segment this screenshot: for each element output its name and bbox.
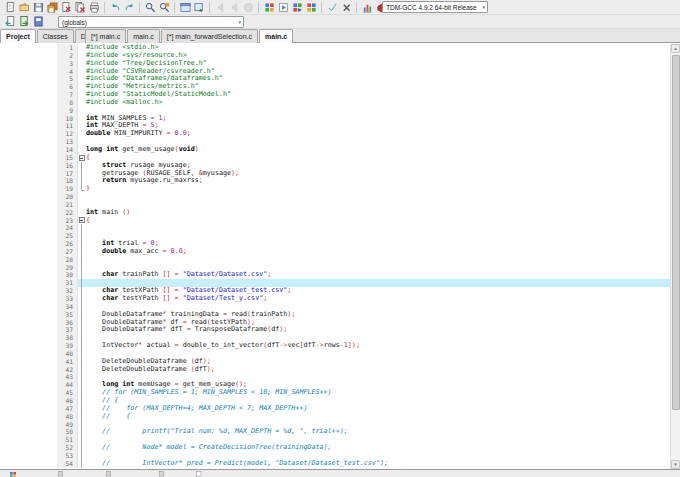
code-line-33[interactable]: 33 char testYPath [] = "Dataset/Test_y.c… [57,295,670,303]
code-line-54[interactable]: 54 // IntVector* pred = Predict(model, "… [57,460,670,468]
scrollbar-thumb[interactable] [672,55,680,410]
swap-header-source-icon[interactable] [193,1,206,13]
goto-definition-icon[interactable] [18,16,31,28]
line-number: 6 [57,83,78,91]
line-number: 16 [57,162,78,170]
compiler-tab-icon[interactable] [9,471,17,477]
find-icon[interactable] [144,1,157,13]
goto-line-icon[interactable] [179,1,192,13]
open-file-icon[interactable] [18,1,31,13]
line-number: 28 [57,256,78,264]
file-tab-2[interactable]: [*] main_forwardSelection.c [161,29,258,43]
compile-log-tab-icon[interactable] [106,471,114,477]
syntax-check-icon[interactable] [326,1,339,13]
code-line-14[interactable]: 14long int get_mem_usage(void) [57,146,670,154]
line-number: 19 [57,185,78,193]
code-text: DeleteDoubleDataframe (dfT); [86,366,670,374]
panel-tab-project[interactable]: Project [0,29,36,43]
close-all-icon[interactable] [74,1,87,13]
code-editor[interactable]: 1#include <stdio.h>2#include <sys/resour… [57,43,680,469]
code-line-20[interactable]: 20 [57,193,670,201]
line-number: 39 [57,342,78,350]
fold-guide-line [78,287,86,295]
code-line-18[interactable]: 18 return myusage.ru_maxrss; [57,177,670,185]
print-icon[interactable] [88,1,101,13]
line-number: 1 [57,44,78,52]
fold-toggle-icon[interactable] [78,154,86,162]
fold-margin [78,201,86,209]
fold-guide-line [78,444,86,452]
code-line-39[interactable]: 39 IntVector* actual = double_to_int_vec… [57,342,670,350]
new-file-icon[interactable] [4,1,17,13]
compile-icon[interactable] [263,1,276,13]
code-line-23[interactable]: 23{ [57,217,670,225]
code-line-12[interactable]: 12double MIN_IMPURITY = 0.0; [57,130,670,138]
code-line-28[interactable]: 28 [57,256,670,264]
fold-guide-line [78,350,86,358]
editor-vertical-scrollbar[interactable]: ▲ ▼ [670,44,680,469]
fold-toggle-icon[interactable] [78,217,86,225]
stop-execution-icon[interactable] [340,1,353,13]
fold-guide-line [78,389,86,397]
code-text [86,193,670,201]
fold-guide-line [78,319,86,327]
code-line-45[interactable]: 45 // for (MIN_SAMPLES = 1; MIN_SAMPLES … [57,389,670,397]
debug-tab-icon[interactable] [159,471,167,477]
toolbar-separator [356,2,357,13]
code-line-8[interactable]: 8#include <malloc.h> [57,99,670,107]
code-text: // for (MAX_DEPTH=4; MAX_DEPTH < 7; MAX_… [86,405,670,413]
fold-guide-line [78,162,86,170]
line-number: 22 [57,209,78,217]
code-line-47[interactable]: 47 // for (MAX_DEPTH=4; MAX_DEPTH < 7; M… [57,405,670,413]
scroll-up-button[interactable]: ▲ [671,44,680,53]
line-number: 35 [57,311,78,319]
run-icon[interactable] [277,1,290,13]
code-line-22[interactable]: 22int main () [57,209,670,217]
code-line-21[interactable]: 21 [57,201,670,209]
line-number: 15 [57,154,78,162]
code-line-19[interactable]: 19} [57,185,670,193]
code-line-48[interactable]: 48 // { [57,413,670,421]
panel-tab-classes[interactable]: Classes [37,29,74,43]
redo-icon[interactable] [123,1,136,13]
replace-icon[interactable] [158,1,171,13]
resources-tab-icon[interactable] [58,471,66,477]
rebuild-all-icon[interactable] [305,1,318,13]
save-icon[interactable] [32,1,45,13]
class-browser-icon[interactable] [32,16,45,28]
fold-guide-line [78,295,86,303]
code-line-27[interactable]: 27 double max_acc = 0.0; [57,248,670,256]
line-number: 9 [57,107,78,115]
undo-icon[interactable] [109,1,122,13]
code-line-42[interactable]: 42 DeleteDoubleDataframe (dfT); [57,366,670,374]
output-panel-tabbar[interactable] [0,469,680,477]
code-line-37[interactable]: 37 DoubleDataframe* dfT = TransposeDataf… [57,326,670,334]
file-tab-3[interactable]: main.c [259,29,293,43]
profile-analysis-icon[interactable] [361,1,374,13]
globals-scope-dropdown[interactable]: (globals) ▾ [58,16,244,28]
file-tab-0[interactable]: [*] main.c [85,29,126,43]
goto-declaration-icon[interactable] [4,16,17,28]
fold-margin [78,130,86,138]
line-number: 41 [57,358,78,366]
fold-margin [78,193,86,201]
compiler-selector-dropdown[interactable]: TDM-GCC 4.9.2 64-bit Release ▾ [382,1,488,13]
back-icon [214,1,227,13]
line-number: 54 [57,460,78,468]
file-tab-1[interactable]: main.c [127,29,160,43]
code-line-52[interactable]: 52 // Node* model = CreateDecisionTree(t… [57,444,670,452]
save-all-icon[interactable] [46,1,59,13]
close-file-icon[interactable] [60,1,73,13]
scroll-down-button[interactable]: ▼ [671,460,680,469]
code-text: double MIN_IMPURITY = 0.0; [86,130,670,138]
fold-margin [78,115,86,123]
find-results-tab-icon[interactable] [196,471,204,477]
compile-run-icon[interactable] [291,1,304,13]
code-line-24[interactable]: 24 [57,224,670,232]
line-number: 38 [57,334,78,342]
line-number: 44 [57,381,78,389]
code-text [86,107,670,115]
fold-guide-line [78,248,86,256]
code-line-50[interactable]: 50 // printf("Trial num: %d, MAX_DEPTH =… [57,428,670,436]
code-line-30[interactable]: 30 char trainPath [] = "Dataset/Dataset.… [57,271,670,279]
